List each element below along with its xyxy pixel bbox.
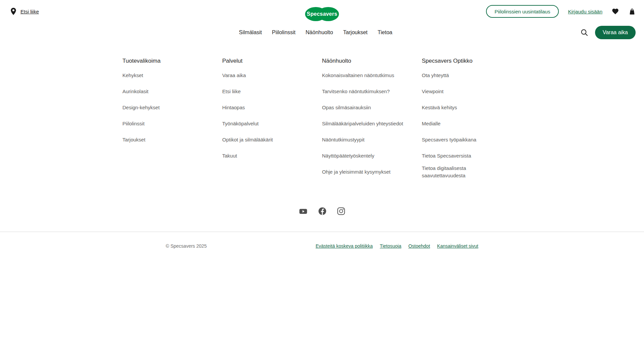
legal-link[interactable]: Kansainväliset sivut [437,243,478,249]
footer-link[interactable]: Optikot ja silmälääkärit [222,136,273,143]
footer-link-item: Takuut [222,148,322,164]
contact-lens-reorder-button[interactable]: Piilolinssien uusintatilaus [486,5,559,18]
store-finder-label: Etsi liike [20,9,39,14]
footer-link[interactable]: Medialle [422,120,441,127]
footer-link[interactable]: Ohje ja yleisimmät kysymykset [322,168,390,176]
footer-link[interactable]: Kestävä kehitys [422,104,457,111]
footer-link-item: Aurinkolasit [122,83,222,100]
footer-link-item: Kestävä kehitys [422,100,522,116]
footer-link-item: Tietoa digitaalisesta saavutettavuudesta [422,164,522,180]
footer-link-item: Varaa aika [222,67,322,83]
footer-link-list: KehyksetAurinkolasitDesign-kehyksetPiilo… [122,67,222,148]
footer-link-item: Ota yhteyttä [422,67,522,83]
footer-link[interactable]: Specsavers työpaikkana [422,136,477,143]
nav-item[interactable]: Tarjoukset [343,29,368,36]
footer-link[interactable]: Design-kehykset [122,104,160,111]
top-bar: Etsi liike Specsavers Piilolinssien uusi… [0,0,644,23]
facebook-icon [318,207,327,216]
footer-column-company: Specsavers Optikko Ota yhteyttäViewpoint… [422,57,522,180]
store-finder-link[interactable]: Etsi liike [10,7,39,16]
footer-link[interactable]: Tietoa Specsaversista [422,152,471,160]
footer-link[interactable]: Viewpoint [422,88,444,95]
footer-link-item: Kokonaisvaltainen näöntutkimus [322,67,422,83]
legal-link[interactable]: Evästeitä koskeva politiikka [316,243,373,249]
basket-button[interactable] [628,8,636,15]
footer-link[interactable]: Silmälääkäripalveluiden yhteystiedot [322,120,403,127]
nav-item[interactable]: Tietoa [378,29,392,36]
footer-link[interactable]: Varaa aika [222,72,246,79]
footer-column-services: Palvelut Varaa aikaEtsi liikeHintaopasTy… [222,57,322,180]
footer-link[interactable]: Takuut [222,152,237,160]
footer-link-item: Opas silmäsairauksiin [322,100,422,116]
specsavers-logo[interactable]: Specsavers [305,7,339,21]
footer-link-item: Specsavers työpaikkana [422,132,522,148]
footer-link[interactable]: Tarvitsenko näöntutkimuksen? [322,88,390,95]
legal-link[interactable]: Ostoehdot [408,243,430,249]
site-footer: Tuotevalikoima KehyksetAurinkolasitDesig… [0,42,644,249]
bottom-bar: © Specsavers 2025 Evästeitä koskeva poli… [166,232,478,249]
book-appointment-button[interactable]: Varaa aika [595,26,636,39]
login-link[interactable]: Kirjaudu sisään [568,9,602,14]
footer-link[interactable]: Tarjoukset [122,136,145,143]
instagram-icon [337,207,345,216]
youtube-link[interactable] [299,207,308,216]
youtube-icon [299,207,308,216]
top-actions: Piilolinssien uusintatilaus Kirjaudu sis… [486,5,636,18]
footer-link[interactable]: Työnäköpalvelut [222,120,259,127]
footer-link-list: Kokonaisvaltainen näöntutkimusTarvitsenk… [322,67,422,180]
footer-link[interactable]: Kehykset [122,72,143,79]
heart-icon [611,8,619,15]
copyright-text: © Specsavers 2025 [166,243,207,249]
footer-column-eyecare: Näönhuolto Kokonaisvaltainen näöntutkimu… [322,57,422,180]
footer-link-item: Etsi liike [222,83,322,100]
site-header: Etsi liike Specsavers Piilolinssien uusi… [0,0,644,42]
footer-link[interactable]: Aurinkolasit [122,88,149,95]
footer-link-item: Piilolinssit [122,116,222,132]
footer-link-item: Työnäköpalvelut [222,116,322,132]
footer-link[interactable]: Hintaopas [222,104,245,111]
footer-column-title: Specsavers Optikko [422,57,522,65]
footer-link[interactable]: Näöntutkimustyypit [322,136,365,143]
footer-link-item: Tietoa Specsaversista [422,148,522,164]
footer-nav: Tuotevalikoima KehyksetAurinkolasitDesig… [122,42,522,180]
search-icon [580,28,589,37]
footer-link-item: Näyttöpäätetyöskentely [322,148,422,164]
shopping-bag-icon [628,8,636,15]
social-links [0,207,644,216]
footer-link-item: Tarjoukset [122,132,222,148]
nav-item[interactable]: Piilolinssit [272,29,296,36]
footer-link-list: Ota yhteyttäViewpointKestävä kehitysMedi… [422,67,522,180]
footer-link-item: Optikot ja silmälääkärit [222,132,322,148]
footer-link[interactable]: Kokonaisvaltainen näöntutkimus [322,72,394,79]
footer-link[interactable]: Piilolinssit [122,120,145,127]
footer-link-list: Varaa aikaEtsi liikeHintaopasTyönäköpalv… [222,67,322,164]
nav-right-actions: Varaa aika [580,26,636,39]
legal-links: Evästeitä koskeva politiikkaTietosuojaOs… [316,243,478,249]
instagram-link[interactable] [337,207,345,216]
footer-link-item: Ohje ja yleisimmät kysymykset [322,164,422,180]
footer-column-title: Palvelut [222,57,322,65]
facebook-link[interactable] [318,207,327,216]
favorites-button[interactable] [611,8,619,15]
footer-link[interactable]: Ota yhteyttä [422,72,449,79]
main-nav: SilmälasitPiilolinssitNäönhuoltoTarjouks… [239,29,392,36]
nav-item[interactable]: Näönhuolto [306,29,333,36]
logo-text: Specsavers [305,7,339,21]
footer-link[interactable]: Opas silmäsairauksiin [322,104,371,111]
footer-link-item: Silmälääkäripalveluiden yhteystiedot [322,116,422,132]
footer-column-title: Näönhuolto [322,57,422,65]
nav-item[interactable]: Silmälasit [239,29,262,36]
location-pin-icon [10,7,17,16]
footer-link-item: Hintaopas [222,100,322,116]
footer-link-item: Kehykset [122,67,222,83]
footer-link-item: Viewpoint [422,83,522,100]
footer-link[interactable]: Tietoa digitaalisesta saavutettavuudesta [422,165,509,179]
footer-link-item: Näöntutkimustyypit [322,132,422,148]
footer-column-products: Tuotevalikoima KehyksetAurinkolasitDesig… [122,57,222,180]
footer-link-item: Design-kehykset [122,100,222,116]
search-button[interactable] [580,28,589,37]
footer-link[interactable]: Etsi liike [222,88,241,95]
footer-column-title: Tuotevalikoima [122,57,222,65]
legal-link[interactable]: Tietosuoja [380,243,401,249]
footer-link[interactable]: Näyttöpäätetyöskentely [322,152,374,160]
